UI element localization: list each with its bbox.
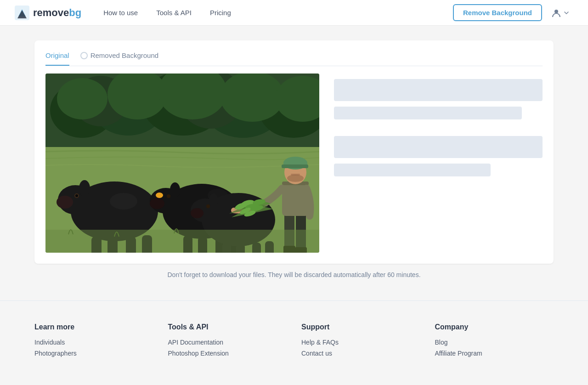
- logo-icon: [15, 6, 29, 20]
- footer-col-support: Support Help & FAQs Contact us: [301, 323, 420, 361]
- svg-point-13: [57, 78, 107, 119]
- farm-image: [45, 74, 319, 253]
- skeleton-loader-2: [334, 107, 522, 119]
- skeleton-loader-4: [334, 164, 491, 176]
- svg-point-34: [167, 194, 170, 198]
- footer-heading-company: Company: [435, 323, 554, 331]
- footer-col-learn-more: Learn more Individuals Photographers: [34, 323, 153, 361]
- svg-point-16: [220, 74, 284, 122]
- header: removebg How to use Tools & API Pricing …: [0, 0, 588, 26]
- footer-grid: Learn more Individuals Photographers Too…: [34, 323, 554, 361]
- notice-text: Don't forget to download your files. The…: [34, 264, 554, 286]
- footer-link-photographers[interactable]: Photographers: [34, 350, 153, 357]
- footer-heading-tools-api: Tools & API: [168, 323, 287, 331]
- loading-spinner: [80, 52, 88, 59]
- svg-point-29: [110, 193, 137, 209]
- logo[interactable]: removebg: [15, 6, 81, 20]
- user-menu[interactable]: [548, 6, 573, 20]
- svg-point-61: [287, 175, 304, 182]
- result-card: Original Removed Background: [34, 40, 554, 264]
- nav-pricing[interactable]: Pricing: [203, 5, 238, 20]
- footer-link-individuals[interactable]: Individuals: [34, 339, 153, 346]
- tab-removed-background[interactable]: Removed Background: [80, 51, 158, 66]
- svg-rect-69: [45, 230, 319, 253]
- skeleton-loader-1: [334, 79, 543, 101]
- logo-text: removebg: [33, 7, 81, 19]
- svg-point-3: [554, 10, 558, 13]
- image-tabs: Original Removed Background: [45, 51, 543, 66]
- footer-col-company: Company Blog Affiliate Program: [435, 323, 554, 361]
- user-icon: [551, 8, 561, 18]
- footer-col-tools-api: Tools & API API Documentation Photoshop …: [168, 323, 287, 361]
- chevron-down-icon: [563, 10, 570, 16]
- svg-point-33: [170, 182, 180, 197]
- original-image-container: [45, 74, 319, 253]
- footer-link-api-docs[interactable]: API Documentation: [168, 339, 287, 346]
- remove-background-button[interactable]: Remove Background: [453, 4, 542, 21]
- svg-point-39: [156, 192, 163, 198]
- footer-link-photoshop[interactable]: Photoshop Extension: [168, 350, 287, 357]
- svg-point-22: [79, 180, 90, 197]
- svg-point-43: [191, 208, 204, 218]
- svg-point-45: [206, 204, 210, 208]
- footer-link-help-faqs[interactable]: Help & FAQs: [301, 339, 420, 346]
- svg-rect-59: [282, 164, 308, 168]
- svg-point-32: [150, 198, 164, 209]
- svg-point-24: [75, 194, 78, 197]
- content-area: [45, 74, 543, 253]
- nav-tools-api[interactable]: Tools & API: [149, 5, 199, 20]
- nav-how-to-use[interactable]: How to use: [96, 5, 145, 20]
- footer-link-blog[interactable]: Blog: [435, 339, 554, 346]
- main-content: Original Removed Background: [0, 26, 588, 300]
- footer-heading-learn-more: Learn more: [34, 323, 153, 331]
- svg-point-21: [57, 196, 73, 209]
- skeleton-loader-3: [334, 136, 543, 158]
- right-panel: [334, 74, 543, 253]
- footer-heading-support: Support: [301, 323, 420, 331]
- footer: Learn more Individuals Photographers Too…: [0, 300, 588, 375]
- tab-original[interactable]: Original: [45, 51, 69, 66]
- svg-point-44: [209, 193, 218, 207]
- header-actions: Remove Background: [453, 4, 573, 21]
- footer-link-contact[interactable]: Contact us: [301, 350, 420, 357]
- footer-link-affiliate[interactable]: Affiliate Program: [435, 350, 554, 357]
- main-nav: How to use Tools & API Pricing: [96, 5, 453, 20]
